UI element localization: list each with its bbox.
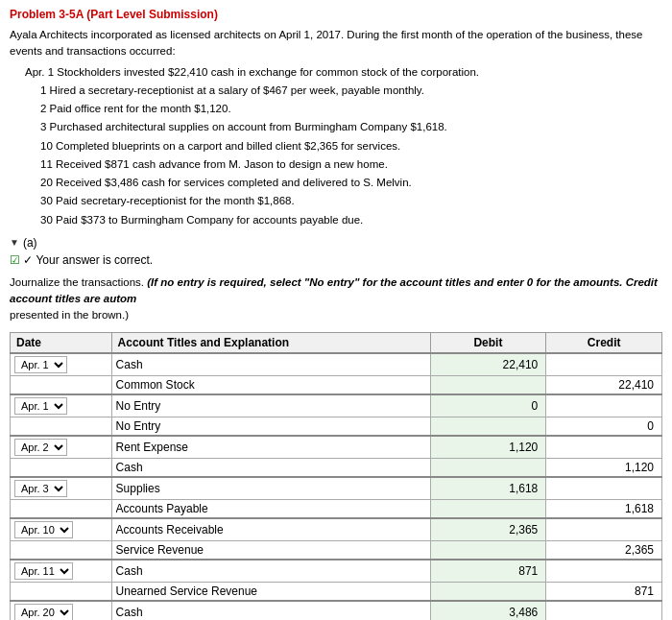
credit-cell-1b[interactable]	[546, 375, 662, 394]
account-input-7a[interactable]	[116, 606, 426, 619]
date-select-4[interactable]: Apr. 3	[14, 480, 67, 497]
debit-cell-6a[interactable]	[430, 560, 546, 583]
credit-cell-3b[interactable]	[546, 458, 662, 477]
debit-input-6a[interactable]	[435, 564, 542, 578]
account-cell-5a[interactable]	[111, 518, 430, 541]
account-cell-1a[interactable]	[111, 353, 430, 376]
credit-cell-2a[interactable]	[546, 394, 662, 417]
account-input-1b[interactable]	[116, 378, 426, 392]
credit-input-3a[interactable]	[550, 441, 658, 454]
date-cell-1[interactable]: Apr. 1	[11, 353, 112, 376]
credit-cell-3a[interactable]	[546, 436, 662, 459]
debit-cell-5a[interactable]	[430, 518, 546, 541]
date-select-6[interactable]: Apr. 11	[14, 562, 73, 580]
date-cell-7[interactable]: Apr. 20	[11, 601, 112, 621]
table-row: Apr. 10	[11, 518, 662, 541]
section-a-label[interactable]: ▼ (a)	[10, 236, 662, 250]
instruction-text: Journalize the transactions. (If no entr…	[10, 274, 662, 324]
credit-input-6b[interactable]	[550, 584, 658, 598]
debit-cell-1b[interactable]	[430, 375, 546, 394]
credit-input-5a[interactable]	[550, 523, 658, 537]
credit-input-6a[interactable]	[550, 564, 658, 578]
account-input-4a[interactable]	[116, 482, 426, 495]
credit-cell-7a[interactable]	[546, 601, 662, 621]
credit-cell-5a[interactable]	[546, 518, 662, 541]
account-input-1a[interactable]	[116, 358, 426, 371]
credit-input-1b[interactable]	[550, 378, 658, 392]
credit-cell-6a[interactable]	[546, 560, 662, 583]
account-cell-2a[interactable]	[111, 394, 430, 417]
account-cell-3b[interactable]	[111, 458, 430, 477]
date-cell-5[interactable]: Apr. 10	[11, 518, 112, 541]
debit-cell-7a[interactable]	[430, 601, 546, 621]
account-cell-5b[interactable]	[111, 540, 430, 560]
date-cell-3[interactable]: Apr. 2	[11, 436, 112, 459]
table-row: Apr. 2	[11, 436, 662, 459]
account-cell-7a[interactable]	[111, 601, 430, 621]
debit-input-5a[interactable]	[435, 523, 542, 537]
table-row	[11, 540, 662, 560]
table-row	[11, 582, 662, 601]
date-cell-6[interactable]: Apr. 11	[11, 560, 112, 583]
debit-cell-2b[interactable]	[430, 417, 546, 436]
credit-cell-4a[interactable]	[546, 477, 662, 500]
debit-input-7a[interactable]	[435, 606, 542, 619]
credit-cell-1a[interactable]	[546, 353, 662, 376]
debit-input-2a[interactable]	[435, 399, 542, 413]
account-input-5b[interactable]	[116, 543, 426, 557]
credit-input-3b[interactable]	[550, 461, 658, 474]
debit-input-4a[interactable]	[435, 482, 542, 495]
debit-cell-1a[interactable]	[430, 353, 546, 376]
account-cell-6b[interactable]	[111, 582, 430, 601]
debit-input-1b[interactable]	[435, 378, 542, 392]
date-select-5[interactable]: Apr. 10	[14, 521, 73, 538]
account-input-4b[interactable]	[116, 502, 426, 515]
credit-input-4a[interactable]	[550, 482, 658, 495]
account-input-6a[interactable]	[116, 564, 426, 578]
credit-cell-6b[interactable]	[546, 582, 662, 601]
date-cell-4[interactable]: Apr. 3	[11, 477, 112, 500]
account-cell-4b[interactable]	[111, 499, 430, 518]
account-input-5a[interactable]	[116, 523, 426, 537]
debit-input-4b[interactable]	[435, 502, 542, 515]
date-select-2[interactable]: Apr. 1	[14, 397, 67, 415]
debit-cell-4a[interactable]	[430, 477, 546, 500]
account-cell-6a[interactable]	[111, 560, 430, 583]
date-cell-2[interactable]: Apr. 1	[11, 394, 112, 417]
table-header-row: Date Account Titles and Explanation Debi…	[11, 332, 662, 353]
account-input-2a[interactable]	[116, 399, 426, 413]
check-icon: ☑	[10, 253, 20, 267]
debit-input-2b[interactable]	[435, 419, 542, 433]
account-cell-1b[interactable]	[111, 375, 430, 394]
page-container: Problem 3-5A (Part Level Submission) Aya…	[0, 0, 672, 620]
credit-input-5b[interactable]	[550, 543, 658, 557]
credit-cell-5b[interactable]	[546, 540, 662, 560]
debit-input-6b[interactable]	[435, 584, 542, 598]
debit-cell-2a[interactable]	[430, 394, 546, 417]
debit-input-3b[interactable]	[435, 461, 542, 474]
account-input-2b[interactable]	[116, 419, 426, 433]
credit-input-4b[interactable]	[550, 502, 658, 515]
date-select-3[interactable]: Apr. 2	[14, 439, 67, 456]
table-row	[11, 417, 662, 436]
account-input-3b[interactable]	[116, 461, 426, 474]
date-select-7[interactable]: Apr. 20	[14, 604, 73, 621]
debit-input-1a[interactable]	[435, 358, 542, 371]
debit-input-5b[interactable]	[435, 543, 542, 557]
credit-cell-2b[interactable]	[546, 417, 662, 436]
credit-input-1a[interactable]	[550, 358, 658, 371]
account-cell-2b[interactable]	[111, 417, 430, 436]
debit-input-3a[interactable]	[435, 441, 542, 454]
account-cell-3a[interactable]	[111, 436, 430, 459]
credit-input-7a[interactable]	[550, 606, 658, 619]
triangle-icon: ▼	[10, 237, 19, 248]
section-a: ▼ (a) ☑ ✓ Your answer is correct.	[10, 236, 662, 267]
credit-input-2a[interactable]	[550, 399, 658, 413]
account-cell-4a[interactable]	[111, 477, 430, 500]
account-input-3a[interactable]	[116, 441, 426, 454]
credit-cell-4b[interactable]	[546, 499, 662, 518]
date-select-1[interactable]: Apr. 1	[14, 356, 67, 373]
debit-cell-3a[interactable]	[430, 436, 546, 459]
account-input-6b[interactable]	[116, 584, 426, 598]
credit-input-2b[interactable]	[550, 419, 658, 433]
